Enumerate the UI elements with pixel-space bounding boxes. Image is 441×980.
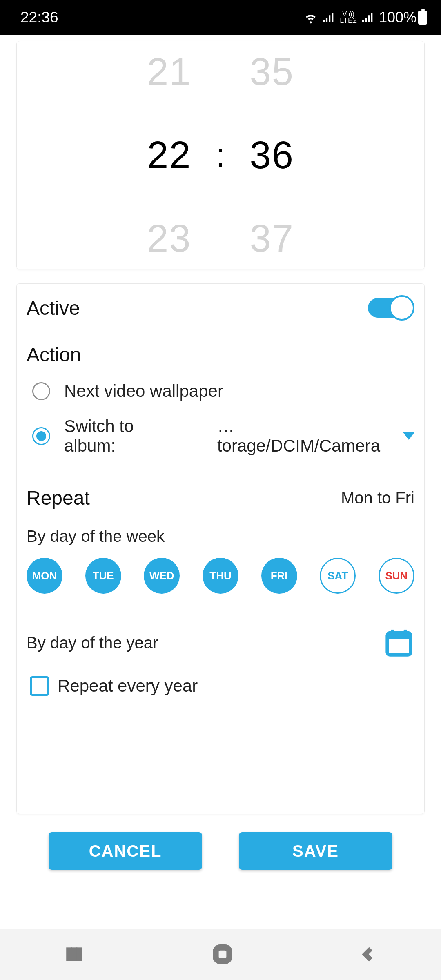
day-mon[interactable]: MON bbox=[27, 558, 62, 594]
day-selector: MON TUE WED THU FRI SAT SUN bbox=[27, 558, 414, 594]
checkbox-unchecked-icon bbox=[30, 676, 49, 696]
active-label: Active bbox=[27, 297, 80, 319]
svg-rect-1 bbox=[388, 633, 411, 639]
by-week-label: By day of the week bbox=[27, 527, 414, 546]
home-button[interactable] bbox=[212, 944, 233, 964]
hour-selected: 22 bbox=[147, 133, 192, 177]
day-sat[interactable]: SAT bbox=[320, 558, 356, 594]
day-thu[interactable]: THU bbox=[203, 558, 238, 594]
cancel-button[interactable]: CANCEL bbox=[49, 832, 202, 870]
save-button[interactable]: SAVE bbox=[239, 832, 392, 870]
action-option-switch-album[interactable]: Switch to album: …torage/DCIM/Camera bbox=[32, 416, 414, 456]
day-tue[interactable]: TUE bbox=[85, 558, 121, 594]
dialog-buttons: CANCEL SAVE bbox=[16, 832, 425, 870]
calendar-button[interactable] bbox=[383, 626, 414, 659]
time-separator: : bbox=[216, 136, 225, 174]
hour-prev: 21 bbox=[147, 50, 192, 94]
status-time: 22:36 bbox=[20, 9, 58, 26]
battery-percent: 100% bbox=[379, 9, 416, 26]
battery-icon bbox=[418, 11, 427, 24]
status-icons: Vo))LTE2 100% bbox=[304, 9, 427, 26]
back-button[interactable] bbox=[361, 944, 377, 964]
day-sun[interactable]: SUN bbox=[379, 558, 414, 594]
repeat-summary: Mon to Fri bbox=[341, 489, 414, 507]
wifi-icon bbox=[304, 11, 318, 24]
settings-card: Active Action Next video wallpaper Switc… bbox=[16, 283, 425, 814]
repeat-title: Repeat bbox=[27, 487, 90, 509]
radio-checked-icon bbox=[32, 427, 50, 445]
active-toggle[interactable] bbox=[368, 295, 414, 321]
signal-icon-1 bbox=[322, 11, 336, 24]
album-value: …torage/DCIM/Camera bbox=[217, 416, 396, 456]
hour-next: 23 bbox=[147, 216, 192, 261]
day-wed[interactable]: WED bbox=[144, 558, 180, 594]
minute-prev: 35 bbox=[249, 50, 294, 94]
time-picker[interactable]: 21 22 23 : 35 36 37 bbox=[16, 41, 425, 270]
action-title: Action bbox=[27, 343, 414, 366]
svg-rect-7 bbox=[216, 947, 229, 961]
radio-unchecked-icon bbox=[32, 382, 50, 400]
repeat-every-year-row[interactable]: Repeat every year bbox=[30, 676, 414, 696]
by-year-label: By day of the year bbox=[27, 634, 158, 652]
action-option-label: Switch to album: bbox=[64, 416, 189, 456]
minute-next: 37 bbox=[249, 216, 294, 261]
minute-selected: 36 bbox=[249, 133, 294, 177]
dropdown-icon bbox=[403, 432, 414, 440]
day-fri[interactable]: FRI bbox=[261, 558, 297, 594]
system-nav-bar bbox=[0, 929, 441, 980]
minute-wheel[interactable]: 35 36 37 bbox=[249, 50, 294, 261]
recents-button[interactable] bbox=[64, 944, 85, 964]
lte-indicator: Vo))LTE2 bbox=[340, 11, 357, 24]
signal-icon-2 bbox=[361, 11, 375, 24]
repeat-every-year-label: Repeat every year bbox=[58, 676, 198, 696]
battery-indicator: 100% bbox=[379, 9, 427, 26]
calendar-icon bbox=[383, 626, 414, 657]
action-option-next-wallpaper[interactable]: Next video wallpaper bbox=[32, 381, 414, 401]
action-option-label: Next video wallpaper bbox=[64, 381, 223, 401]
hour-wheel[interactable]: 21 22 23 bbox=[147, 50, 192, 261]
status-bar: 22:36 Vo))LTE2 100% bbox=[0, 0, 441, 35]
album-dropdown[interactable]: …torage/DCIM/Camera bbox=[217, 416, 414, 456]
